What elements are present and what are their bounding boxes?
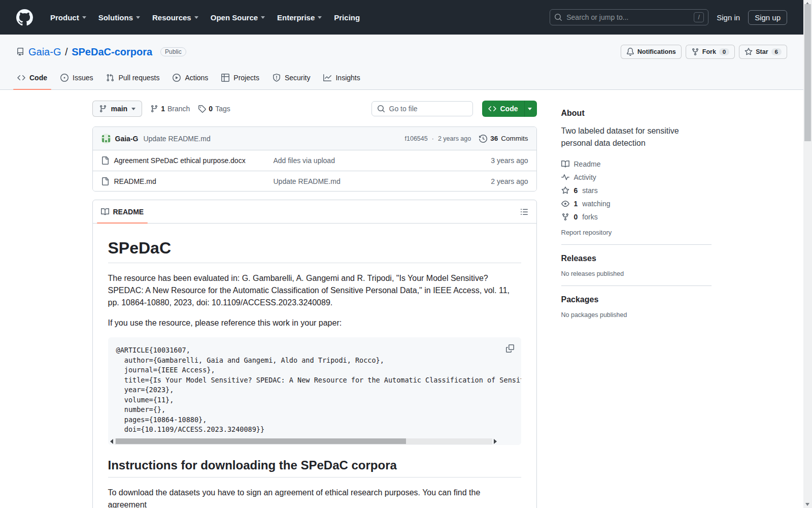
fork-button[interactable]: Fork 0 [686, 45, 735, 59]
current-branch-label: main [111, 105, 128, 113]
file-name-link[interactable]: README.md [114, 177, 156, 185]
forks-link[interactable]: 0 forks [561, 210, 712, 224]
tags-link[interactable]: 0 Tags [198, 105, 230, 113]
file-icon [101, 177, 109, 185]
code-icon [488, 105, 496, 113]
nav-solutions[interactable]: Solutions [92, 9, 146, 26]
search-input[interactable] [566, 13, 694, 21]
packages-title: Packages [561, 295, 712, 304]
forks-count: 0 [574, 213, 578, 221]
commit-sha-link[interactable]: f106545 [405, 135, 428, 142]
code-dropdown-caret[interactable] [524, 101, 537, 117]
search-box[interactable]: / [550, 9, 708, 25]
tab-code[interactable]: Code [12, 66, 52, 89]
repo-owner-link[interactable]: Gaia-G [28, 46, 61, 57]
readme-tab[interactable]: README [97, 200, 148, 223]
readme-tab-label: README [113, 208, 144, 216]
report-repository-link[interactable]: Report repository [561, 229, 712, 236]
tab-security[interactable]: Security [267, 66, 316, 89]
github-logo[interactable] [16, 9, 33, 26]
sign-up-button[interactable]: Sign up [748, 10, 787, 25]
repo-name-link[interactable]: SPeDaC-corpora [72, 46, 152, 57]
commit-message-link[interactable]: Update README.md [143, 135, 210, 143]
search-icon [554, 13, 562, 21]
scroll-thumb[interactable] [116, 438, 407, 444]
chevron-down-icon [194, 16, 198, 19]
table-row[interactable]: Agreement SPeDaC ethical purpose.docx Ad… [93, 150, 536, 171]
code-horizontal-scrollbar[interactable] [110, 438, 497, 445]
branch-selector[interactable]: main [92, 101, 143, 117]
file-commit-message[interactable]: Update README.md [274, 177, 452, 185]
nav-product[interactable]: Product [44, 9, 92, 26]
page-scrollbar[interactable] [803, 0, 812, 508]
latest-commit-bar: Gaia-G Update README.md f106545 · 2 year… [93, 127, 536, 150]
star-icon [561, 186, 569, 195]
fork-icon [691, 48, 699, 56]
star-count[interactable]: 6 [771, 48, 782, 55]
nav-pricing-label: Pricing [334, 13, 360, 22]
graph-icon [323, 74, 331, 82]
about-title: About [561, 109, 712, 118]
fork-icon [561, 213, 569, 221]
scroll-right-arrow[interactable] [494, 439, 497, 444]
commit-time[interactable]: 2 years ago [438, 135, 471, 142]
about-section: About Two labeled dataset for sensitive … [561, 104, 712, 245]
readme-paragraph: The resource has been evaluated in: G. G… [108, 272, 521, 309]
nav-pricing[interactable]: Pricing [328, 9, 366, 26]
tab-pull-requests[interactable]: Pull requests [101, 66, 164, 89]
dot-separator: · [432, 135, 434, 142]
star-label: Star [756, 48, 768, 55]
search-icon [377, 105, 385, 113]
tab-security-label: Security [285, 74, 311, 82]
scroll-track[interactable] [115, 438, 492, 444]
fork-count[interactable]: 0 [719, 48, 729, 55]
scroll-down-arrow[interactable] [805, 503, 809, 506]
chevron-down-icon [136, 16, 140, 19]
table-icon [221, 74, 229, 82]
breadcrumb-separator: / [65, 46, 68, 57]
commit-history-link[interactable]: 36 Commits [479, 135, 528, 143]
watching-link[interactable]: 1 watching [561, 197, 712, 210]
outline-button[interactable] [520, 208, 528, 216]
file-name-link[interactable]: Agreement SPeDaC ethical purpose.docx [114, 156, 246, 165]
tab-issues[interactable]: Issues [55, 66, 98, 89]
site-header: Product Solutions Resources Open Source … [0, 0, 803, 35]
branches-link[interactable]: 1 Branch [150, 105, 190, 113]
bibtex-citation: @ARTICLE{10031607, author={Gambarelli, G… [108, 337, 521, 437]
scroll-left-arrow[interactable] [110, 439, 113, 444]
fork-label: Fork [702, 48, 716, 55]
file-commit-message[interactable]: Add files via upload [274, 156, 452, 165]
nav-open-source[interactable]: Open Source [205, 9, 271, 26]
star-button[interactable]: Star 6 [739, 45, 787, 59]
eye-icon [561, 200, 569, 208]
avatar[interactable] [101, 134, 111, 144]
triangle-down-icon [131, 108, 136, 110]
readme-paragraph: If you use the resource, please referenc… [108, 317, 521, 329]
copy-button[interactable] [504, 342, 516, 355]
nav-resources[interactable]: Resources [146, 9, 205, 26]
commit-author-link[interactable]: Gaia-G [115, 135, 139, 143]
tab-insights[interactable]: Insights [318, 66, 365, 89]
sign-in-link[interactable]: Sign in [717, 13, 740, 22]
table-row[interactable]: README.md Update README.md 2 years ago [93, 171, 536, 191]
scroll-thumb[interactable] [804, 4, 811, 141]
issue-opened-icon [60, 74, 69, 82]
go-to-file-input[interactable] [389, 105, 481, 113]
stars-link[interactable]: 6 stars [561, 184, 712, 197]
code-download-button[interactable]: Code [482, 101, 537, 117]
nav-enterprise[interactable]: Enterprise [271, 9, 328, 26]
git-pull-request-icon [106, 74, 114, 82]
go-to-file-box[interactable] [371, 101, 473, 116]
tab-actions[interactable]: Actions [167, 66, 213, 89]
visibility-badge: Public [160, 47, 186, 56]
file-commit-time: 3 years ago [452, 156, 528, 165]
repo-sidebar: About Two labeled dataset for sensitive … [561, 101, 712, 508]
activity-link[interactable]: Activity [561, 171, 712, 184]
tab-projects-label: Projects [233, 74, 259, 82]
pulse-icon [561, 173, 569, 181]
tag-count: 0 [209, 105, 213, 113]
notifications-button[interactable]: Notifications [621, 45, 682, 59]
tab-projects[interactable]: Projects [216, 66, 264, 89]
watching-label: watching [582, 200, 610, 208]
readme-link[interactable]: Readme [561, 157, 712, 171]
